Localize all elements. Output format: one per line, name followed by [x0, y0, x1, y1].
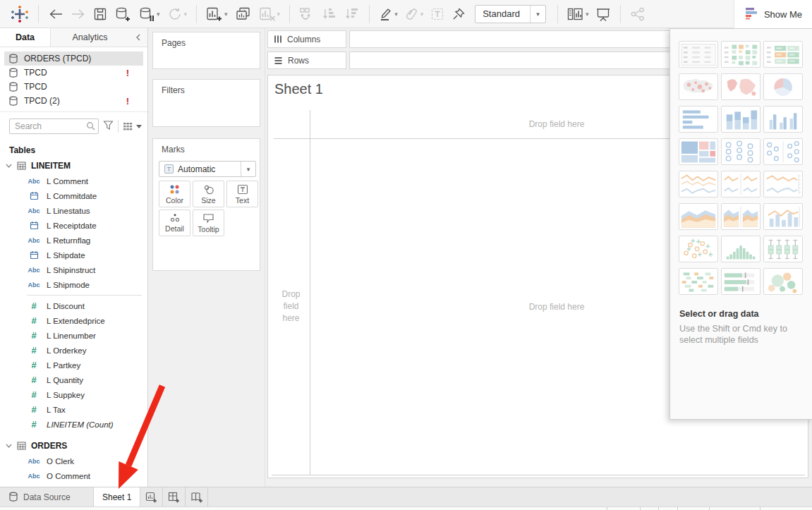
field-item[interactable]: AbcO Clerk: [0, 454, 147, 468]
field-item[interactable]: L Shipdate: [0, 248, 147, 262]
data-source-item[interactable]: TPCD: [4, 80, 143, 94]
field-item[interactable]: AbcL Shipinstruct: [0, 262, 147, 277]
field-item[interactable]: #L Linenumber: [0, 328, 147, 343]
field-label: L Linestatus: [47, 207, 90, 215]
new-worksheet-button[interactable]: ▾: [206, 6, 228, 22]
field-item[interactable]: AbcL Shipmode: [0, 277, 147, 292]
data-source-label: TPCD: [24, 82, 47, 92]
fix-axes-button[interactable]: [452, 7, 466, 21]
show-me-button[interactable]: Show Me: [734, 0, 812, 28]
marks-size-button[interactable]: Size: [193, 181, 224, 207]
field-item[interactable]: #LINEITEM (Count): [0, 417, 147, 432]
pause-auto-updates-button[interactable]: ▾: [138, 6, 160, 22]
field-item[interactable]: #L Discount: [0, 298, 147, 313]
table-header[interactable]: ORDERS: [0, 438, 147, 454]
marks-detail-button[interactable]: Detail: [159, 210, 190, 236]
sheet-title: Sheet 1: [274, 81, 323, 97]
undo-button[interactable]: [48, 7, 63, 21]
collapse-pane-button[interactable]: [129, 28, 147, 47]
stacked-bars-icon: [722, 107, 760, 133]
toolbar-divider: [620, 5, 621, 23]
filter-fields-icon[interactable]: [103, 120, 114, 133]
tab-analytics[interactable]: Analytics: [51, 28, 129, 47]
drop-zone-rows[interactable]: Dropfieldhere: [272, 138, 310, 475]
discrete-lines-icon: [722, 171, 760, 198]
marks-tooltip-button[interactable]: Tooltip: [193, 210, 224, 236]
save-button[interactable]: [93, 7, 107, 21]
field-item[interactable]: AbcL Linestatus: [0, 203, 147, 218]
new-worksheet-tab-button[interactable]: [140, 487, 163, 506]
show-hide-cards-button[interactable]: ▾: [567, 7, 589, 21]
table-header[interactable]: LINEITEM: [0, 158, 147, 174]
showme-highlight-table-thumbnail: [721, 41, 761, 68]
pane-tabs: Data Analytics: [0, 28, 147, 47]
field-item[interactable]: AbcO Comment: [0, 468, 147, 483]
pie-chart-icon: [764, 74, 802, 100]
showme-packed-bubbles-thumbnail: [763, 268, 803, 295]
field-item[interactable]: #L Tax: [0, 402, 147, 417]
field-item[interactable]: #L Extendedprice: [0, 313, 147, 328]
filters-card[interactable]: Filters: [152, 79, 260, 127]
mark-type-dropdown[interactable]: T Automatic ▾: [159, 161, 256, 177]
duplicate-sheet-button[interactable]: [235, 6, 252, 22]
data-source-cylinder-icon: [8, 68, 18, 78]
tab-data-source[interactable]: Data Source: [0, 487, 94, 506]
showme-box-and-whisker-thumbnail: [763, 236, 803, 262]
marks-text-button[interactable]: Text: [226, 181, 258, 207]
field-item[interactable]: #L Suppkey: [0, 387, 147, 402]
horizontal-bars-icon: [679, 107, 717, 133]
field-type-num-icon: #: [27, 315, 41, 326]
fit-selector[interactable]: Standard▾: [475, 5, 546, 23]
new-story-tab-button[interactable]: [186, 487, 208, 506]
field-type-date-icon: [27, 191, 41, 200]
field-item[interactable]: AbcL Returnflag: [0, 233, 147, 248]
field-item[interactable]: L Commitdate: [0, 188, 147, 203]
highlight-table-icon: [722, 42, 760, 68]
text-table-icon: [679, 42, 717, 68]
sort-asc-icon: [322, 7, 337, 21]
toolbar-divider: [557, 5, 558, 23]
pages-card-label: Pages: [153, 32, 260, 48]
chevron-down-icon: [136, 125, 142, 128]
new-dashboard-tab-button[interactable]: [163, 487, 186, 506]
data-source-item[interactable]: TPCD!: [4, 66, 143, 80]
run-update-button: ▾: [167, 7, 188, 21]
presentation-icon: [595, 7, 611, 21]
new-data-source-button[interactable]: [114, 6, 131, 22]
highlight-icon: [379, 7, 393, 21]
search-input[interactable]: [9, 119, 99, 134]
field-item[interactable]: #L Orderkey: [0, 343, 147, 358]
field-item[interactable]: L Receiptdate: [0, 218, 147, 233]
tab-data[interactable]: Data: [0, 28, 51, 47]
warning-badge: !: [126, 68, 139, 78]
data-source-item[interactable]: TPCD (2)!: [4, 94, 143, 108]
tab-label: Data Source: [23, 492, 71, 502]
view-options-icon[interactable]: [123, 122, 142, 131]
sort-descending-button: [344, 7, 360, 21]
mark-type-icon: T: [164, 164, 174, 174]
field-item[interactable]: #L Partkey: [0, 358, 147, 372]
marks-text-icon: [237, 184, 248, 195]
field-type-num-icon: #: [27, 389, 41, 400]
field-type-num-icon: #: [27, 330, 41, 341]
data-source-item[interactable]: ORDERS (TPCD): [4, 51, 143, 66]
field-label: L Shipmode: [47, 281, 90, 289]
highlight-button[interactable]: ▾: [379, 7, 398, 21]
marks-color-button[interactable]: Color: [159, 181, 190, 207]
field-item[interactable]: AbcL Comment: [0, 174, 147, 188]
presentation-mode-button[interactable]: [595, 7, 611, 21]
table-icon: [17, 162, 26, 170]
tab-sheet-1[interactable]: Sheet 1: [94, 487, 140, 506]
field-item[interactable]: #L Quantity: [0, 372, 147, 387]
showme-stacked-bars-thumbnail: [721, 106, 761, 133]
showme-discrete-lines-thumbnail: [721, 171, 761, 198]
field-type-abc-icon: Abc: [27, 207, 41, 214]
search-box: [9, 119, 99, 134]
redo-button: [71, 7, 86, 21]
marks-card: Marks T Automatic ▾ ColorSizeTextDetailT…: [152, 138, 260, 271]
data-source-cylinder-icon: [8, 82, 18, 92]
show-me-hint-body: Use the Shift or Cmd key to select multi…: [679, 323, 794, 346]
data-source-cylinder-icon: [8, 96, 18, 107]
pages-card[interactable]: Pages: [152, 32, 260, 69]
add-datasource-icon: [114, 6, 131, 22]
